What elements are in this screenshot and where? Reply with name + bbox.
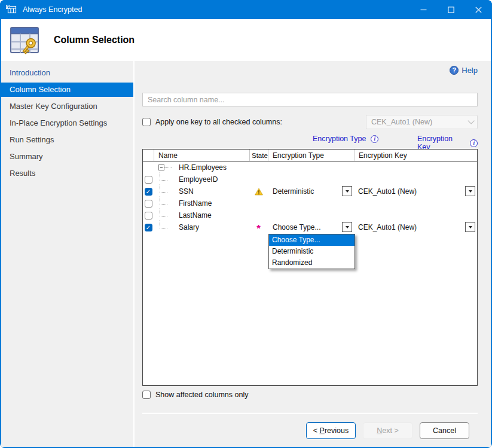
tree-guide xyxy=(160,184,167,193)
dropdown-arrow-icon xyxy=(346,190,349,193)
always-encrypted-wizard-window: Always Encrypted xyxy=(0,0,492,448)
table-row: LastName xyxy=(143,209,477,221)
help-link[interactable]: ? Help xyxy=(142,65,478,75)
tree-guide xyxy=(160,196,167,205)
wizard-steps-sidebar: Introduction Column Selection Master Key… xyxy=(1,61,135,447)
apply-key-label: Apply one key to all checked columns: xyxy=(155,118,366,126)
column-name: LastName xyxy=(179,211,212,220)
tree-guide xyxy=(160,208,167,217)
show-affected-label: Show affected columns only xyxy=(155,391,248,399)
table-row: FirstName xyxy=(143,197,477,209)
wizard-header: Column Selection xyxy=(1,19,491,61)
help-label: Help xyxy=(462,66,478,75)
table-row: EmployeeID xyxy=(143,173,477,185)
minimize-icon xyxy=(420,7,427,13)
dropdown-arrow-icon xyxy=(469,190,472,193)
row-checkbox-lastname[interactable] xyxy=(145,212,152,220)
sidebar-item-master-key-configuration: Master Key Configuration xyxy=(1,99,133,114)
column-name: SSN xyxy=(179,187,194,196)
row-checkbox-firstname[interactable] xyxy=(145,200,152,208)
row-checkbox-employeeid[interactable] xyxy=(145,176,152,184)
table-row: ✓ SSN Deterministic xyxy=(143,185,477,197)
encryption-key-dropdown-button[interactable] xyxy=(465,186,475,196)
dropdown-arrow-icon xyxy=(346,226,349,228)
next-button[interactable]: Next > xyxy=(363,422,412,439)
encryption-type-info-icon[interactable]: i xyxy=(371,135,378,143)
dropdown-option-randomized[interactable]: Randomized xyxy=(269,257,355,269)
encryption-key-value: CEK_Auto1 (New) xyxy=(354,187,417,196)
tree-guide xyxy=(160,172,167,181)
table-group-label: HR.Employees xyxy=(179,163,227,172)
table-header-row: Name State Encryption Type Encryption Ke… xyxy=(143,150,477,161)
show-affected-row: Show affected columns only xyxy=(142,391,478,399)
required-asterisk-icon: * xyxy=(256,226,261,232)
encryption-type-dropdown-button[interactable] xyxy=(342,186,352,196)
table-row: ✓ Salary * Choose Type... CEK_Auto1 (New… xyxy=(143,221,477,233)
cancel-button[interactable]: Cancel xyxy=(420,422,469,439)
footer-button-bar: < Previous Next > Cancel xyxy=(142,413,478,447)
close-icon xyxy=(475,7,482,13)
chevron-down-icon xyxy=(467,117,474,124)
apply-key-row: Apply one key to all checked columns: CE… xyxy=(142,115,478,129)
app-table-key-icon xyxy=(6,5,17,14)
table-row-group: HR.Employees xyxy=(143,161,477,173)
maximize-button[interactable] xyxy=(437,0,465,19)
table-key-icon xyxy=(8,24,41,56)
header-checkbox-column xyxy=(143,150,154,161)
content-spacer xyxy=(142,399,478,413)
window-title: Always Encrypted xyxy=(23,5,82,14)
encryption-type-value: Choose Type... xyxy=(268,223,321,231)
dropdown-option-choose-type[interactable]: Choose Type... xyxy=(269,234,355,246)
page-title: Column Selection xyxy=(54,35,135,45)
warning-icon xyxy=(255,188,263,196)
previous-button-rest: revious xyxy=(325,426,349,435)
encryption-key-dropdown-button[interactable] xyxy=(465,222,475,232)
dropdown-option-deterministic[interactable]: Deterministic xyxy=(269,246,355,257)
next-button-rest: ext > xyxy=(382,426,398,435)
show-affected-checkbox[interactable] xyxy=(142,391,151,399)
encryption-key-info-icon[interactable]: i xyxy=(470,139,478,147)
sidebar-item-summary: Summary xyxy=(1,150,133,164)
collapse-minus-icon[interactable] xyxy=(158,164,164,170)
column-name: FirstName xyxy=(179,199,212,208)
sidebar-item-results: Results xyxy=(1,166,133,181)
encryption-type-value: Deterministic xyxy=(268,187,314,196)
next-button-accesskey: N xyxy=(377,426,382,435)
tree-guide xyxy=(160,220,167,228)
help-icon: ? xyxy=(450,66,459,75)
close-button[interactable] xyxy=(465,0,492,19)
encryption-type-dropdown-list: Choose Type... Deterministic Randomized xyxy=(268,234,355,269)
dropdown-arrow-icon xyxy=(469,226,472,228)
column-name: EmployeeID xyxy=(179,175,218,184)
columns-table: Name State Encryption Type Encryption Ke… xyxy=(142,149,478,386)
sidebar-item-run-settings: Run Settings xyxy=(1,133,133,147)
previous-button-prefix: < xyxy=(313,426,320,435)
minimize-button[interactable] xyxy=(410,0,437,19)
apply-key-checkbox[interactable] xyxy=(142,118,151,126)
sidebar-item-introduction[interactable]: Introduction xyxy=(1,66,133,80)
encryption-key-value: CEK_Auto1 (New) xyxy=(354,223,417,231)
titlebar: Always Encrypted xyxy=(0,0,492,19)
wizard-body: Introduction Column Selection Master Key… xyxy=(1,61,491,447)
column-name: Salary xyxy=(179,223,199,231)
sidebar-item-in-place-encryption-settings: In-Place Encryption Settings xyxy=(1,116,133,130)
row-checkbox-ssn[interactable]: ✓ xyxy=(145,188,152,196)
maximize-icon xyxy=(448,7,454,13)
content-pane: ? Help Apply one key to all checked colu… xyxy=(135,61,491,447)
previous-button[interactable]: < Previous xyxy=(306,422,356,439)
header-encryption-key: Encryption Key xyxy=(354,150,477,161)
search-input[interactable] xyxy=(142,93,478,106)
encryption-type-link[interactable]: Encryption Type xyxy=(313,135,366,143)
previous-button-accesskey: P xyxy=(320,426,325,435)
apply-key-combo-value: CEK_Auto1 (New) xyxy=(371,118,467,126)
header-name: Name xyxy=(154,150,249,161)
column-links-row: Encryption Type i Encryption Key i xyxy=(142,135,478,145)
tree-guide xyxy=(164,167,172,168)
header-state: State xyxy=(249,150,268,161)
encryption-type-dropdown-button[interactable] xyxy=(342,222,352,232)
sidebar-item-column-selection[interactable]: Column Selection xyxy=(1,83,133,97)
apply-key-combo: CEK_Auto1 (New) xyxy=(366,115,478,129)
row-checkbox-salary[interactable]: ✓ xyxy=(145,224,152,231)
header-encryption-type: Encryption Type xyxy=(268,150,354,161)
